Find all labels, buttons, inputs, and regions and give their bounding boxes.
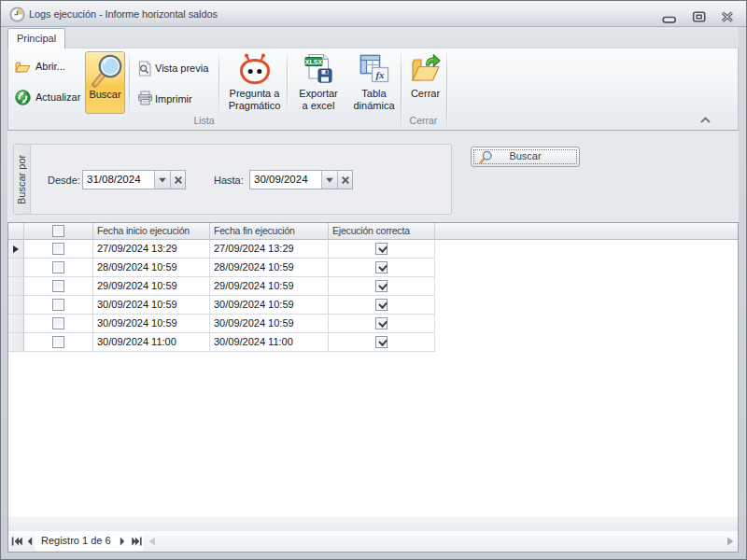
hscroll-right-arrow[interactable] (726, 537, 735, 546)
nav-first-button[interactable] (11, 537, 22, 546)
cell-fecha-fin[interactable]: 27/09/2024 13:29 (210, 240, 329, 259)
clear-x-icon (341, 175, 349, 184)
cell-fecha-fin[interactable]: 30/09/2024 10:59 (210, 296, 329, 315)
row-select-cell[interactable] (24, 296, 93, 315)
nav-next-button[interactable] (120, 537, 126, 546)
row-select-checkbox[interactable] (52, 243, 64, 255)
svg-text:fx: fx (375, 69, 385, 80)
cell-fecha-fin[interactable]: 29/09/2024 10:59 (210, 277, 329, 296)
grid-bottom-band (8, 516, 738, 531)
cell-fecha-inicio[interactable]: 27/09/2024 13:29 (93, 240, 210, 259)
column-header-fecha-inicio[interactable]: Fecha inicio ejecución (93, 223, 210, 240)
row-select-cell[interactable] (24, 333, 93, 352)
tab-principal[interactable]: Principal (7, 28, 65, 49)
ribbon-buscar-button[interactable]: Buscar (85, 51, 125, 114)
row-indicator-cell[interactable] (8, 240, 24, 259)
printer-icon (137, 91, 153, 105)
correcta-checkbox[interactable] (375, 280, 388, 292)
ribbon-separator (129, 53, 130, 110)
desde-value[interactable]: 31/08/2024 (83, 171, 154, 189)
buscar-form-button-label: Buscar (472, 150, 579, 161)
desde-date-editor[interactable]: 31/08/2024 (82, 170, 186, 189)
row-select-cell[interactable] (24, 240, 93, 259)
row-indicator-cell[interactable] (8, 296, 24, 315)
row-indicator-cell[interactable] (8, 277, 24, 296)
cell-fecha-inicio[interactable]: 30/09/2024 10:59 (93, 296, 210, 315)
actualizar-button[interactable]: Actualizar (35, 91, 80, 103)
hscroll-left-arrow[interactable] (148, 537, 156, 546)
close-button[interactable] (720, 11, 735, 23)
column-header-fecha-fin[interactable]: Fecha fin ejecución (210, 223, 329, 240)
ribbon-tab-row: Principal (7, 27, 739, 48)
cell-fecha-inicio[interactable]: 29/09/2024 10:59 (93, 277, 210, 296)
cell-ejecucion-correcta[interactable] (329, 240, 435, 259)
cell-ejecucion-correcta[interactable] (329, 315, 435, 333)
nav-last-button[interactable] (132, 537, 143, 546)
hasta-clear-button[interactable] (337, 171, 352, 189)
cell-fecha-fin[interactable]: 30/09/2024 10:59 (210, 315, 329, 333)
cell-ejecucion-correcta[interactable] (329, 333, 435, 352)
cell-fecha-fin[interactable]: 30/09/2024 11:00 (210, 333, 329, 352)
correcta-checkbox[interactable] (375, 317, 388, 329)
hasta-date-editor[interactable]: 30/09/2024 (249, 170, 353, 189)
column-header-ejecucion-correcta[interactable]: Ejecución correcta (329, 223, 435, 240)
correcta-checkbox[interactable] (375, 336, 388, 348)
hasta-dropdown-button[interactable] (321, 171, 337, 189)
search-panel: Buscar por Desde: 31/08/2024 Hasta: 30/0… (13, 144, 452, 215)
correcta-checkbox[interactable] (375, 243, 388, 255)
cerrar-label: Cerrar (404, 88, 446, 100)
imprimir-button[interactable]: Imprimir (155, 93, 192, 105)
ribbon-separator (287, 53, 288, 110)
abrir-button[interactable]: Abrir... (35, 61, 65, 72)
row-indicator-cell[interactable] (8, 315, 24, 333)
row-select-cell[interactable] (24, 277, 93, 296)
row-select-checkbox[interactable] (52, 336, 64, 348)
header-checkbox[interactable] (52, 225, 64, 237)
vista-previa-button[interactable]: Vista previa (155, 63, 208, 74)
cell-fecha-inicio[interactable]: 30/09/2024 11:00 (93, 333, 210, 352)
row-select-cell[interactable] (24, 315, 93, 333)
column-header-filler (435, 223, 738, 240)
ribbon-separator (218, 53, 219, 110)
grid-navigator-bar: Registro 1 de 6 (8, 531, 738, 552)
row-indicator-cell[interactable] (8, 333, 24, 352)
app-clock-icon (9, 7, 25, 22)
cell-ejecucion-correcta[interactable] (329, 259, 435, 277)
correcta-checkbox[interactable] (375, 299, 388, 311)
title-bar: Logs ejecución - Informe horizontal sald… (1, 1, 746, 27)
cell-fecha-inicio[interactable]: 28/09/2024 10:59 (93, 259, 210, 277)
cell-ejecucion-correcta[interactable] (329, 296, 435, 315)
cell-fecha-fin[interactable]: 28/09/2024 10:59 (210, 259, 329, 277)
row-select-cell[interactable] (24, 259, 93, 277)
pregunta-pragmatico-label: Pregunta a Pragmático (222, 88, 287, 111)
row-indicator-header (8, 223, 24, 240)
cell-ejecucion-correcta[interactable] (329, 277, 435, 296)
pregunta-pragmatico-button[interactable]: Pregunta a Pragmático (222, 51, 287, 114)
row-select-checkbox[interactable] (52, 280, 64, 292)
ribbon-buscar-label: Buscar (86, 89, 124, 101)
row-select-checkbox[interactable] (52, 261, 64, 273)
minimize-button[interactable] (662, 14, 677, 26)
exportar-excel-button[interactable]: XLSX Exportar a excel (289, 51, 347, 114)
tabla-dinamica-button[interactable]: fx Tabla dinámica (347, 51, 401, 114)
record-counter: Registro 1 de 6 (41, 535, 111, 546)
buscar-form-button[interactable]: Buscar (471, 147, 580, 167)
cerrar-button[interactable]: Cerrar (404, 51, 446, 114)
search-panel-caption: Buscar por (16, 145, 29, 214)
cell-fecha-inicio[interactable]: 30/09/2024 10:59 (93, 315, 210, 333)
checkbox-column-header[interactable] (24, 223, 93, 240)
row-indicator-cell[interactable] (8, 259, 24, 277)
dropdown-arrow-icon (326, 177, 334, 183)
row-select-checkbox[interactable] (52, 317, 64, 329)
row-select-checkbox[interactable] (52, 299, 64, 311)
desde-dropdown-button[interactable] (154, 171, 170, 189)
desde-clear-button[interactable] (170, 171, 185, 189)
excel-export-icon: XLSX (303, 53, 334, 85)
maximize-button[interactable] (692, 11, 707, 23)
group-caption-cerrar: Cerrar (401, 115, 446, 128)
dropdown-arrow-icon (159, 177, 167, 183)
nav-prev-button[interactable] (26, 537, 33, 546)
collapse-ribbon-chevron-icon[interactable] (699, 116, 712, 124)
hasta-value[interactable]: 30/09/2024 (250, 171, 321, 189)
correcta-checkbox[interactable] (375, 261, 388, 273)
